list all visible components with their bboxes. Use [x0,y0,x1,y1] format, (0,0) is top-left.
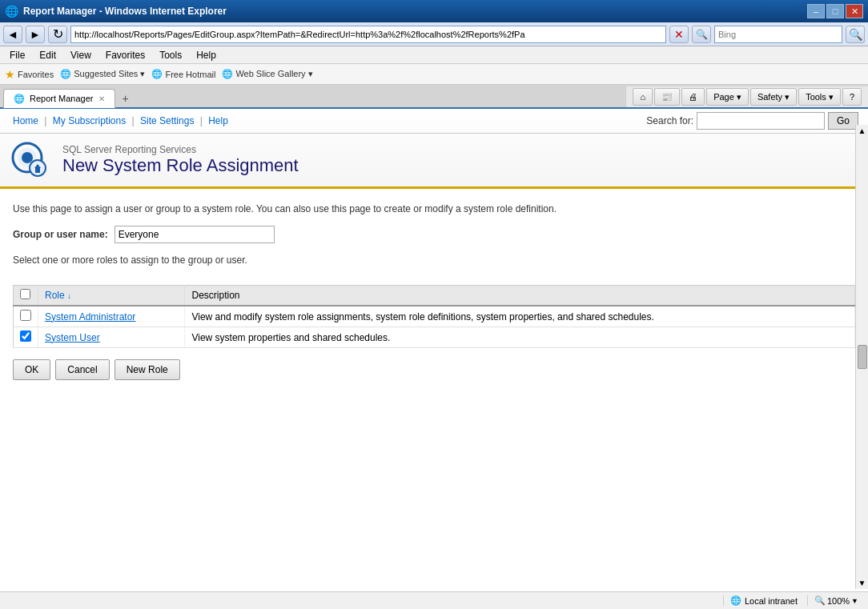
home-link[interactable]: Home [13,115,38,126]
menu-view[interactable]: View [64,48,98,62]
tab-icon: 🌐 [14,94,25,104]
role-desc-text-2: View system properties and shared schedu… [191,332,390,343]
action-buttons: OK Cancel New Role [13,359,855,380]
select-all-checkbox[interactable] [20,289,30,299]
suggested-sites-label: Suggested Sites ▾ [74,69,145,79]
search-web-button[interactable]: 🔍 [692,26,711,43]
scroll-down-arrow[interactable]: ▼ [858,579,866,587]
ie-icon: 🌐 [5,5,18,18]
ie-icon: 🌐 [60,69,71,79]
ie-toolbar: ⌂ 📰 🖨 Page ▾ Safety ▾ Tools ▾ ? [625,86,868,107]
zoom-level: 100% [827,596,850,606]
content-area: Use this page to assign a user or group … [0,189,868,393]
role-name-cell-1: System Administrator [38,306,185,327]
ssrs-search-go-button[interactable]: Go [828,112,858,130]
new-role-button[interactable]: New Role [115,359,180,380]
menu-bar: File Edit View Favorites Tools Help [0,46,868,64]
role-desc-cell-2: View system properties and shared schedu… [185,327,855,348]
menu-file[interactable]: File [3,48,31,62]
search-bar-row: 🔍 [714,26,865,43]
scroll-thumb[interactable] [858,345,867,369]
close-button[interactable]: ✕ [846,4,863,18]
tools-button[interactable]: Tools ▾ [798,88,841,106]
hotmail-icon: 🌐 [151,69,163,79]
web-slice-gallery[interactable]: 🌐 Web Slice Gallery ▾ [222,69,312,79]
row-check-cell-2 [14,327,38,348]
roles-table-body: System Administrator View and modify sys… [14,306,855,348]
row-check-cell [14,306,38,327]
free-hotmail-label: Free Hotmail [165,70,215,79]
favorites-bar: ★ Favorites 🌐 Suggested Sites ▾ 🌐 Free H… [0,64,868,85]
report-manager-tab[interactable]: 🌐 Report Manager ✕ [3,89,115,108]
svg-rect-4 [35,168,40,173]
group-user-input[interactable] [115,226,275,243]
my-subscriptions-link[interactable]: My Subscriptions [53,115,126,126]
restore-button[interactable]: □ [826,4,844,18]
table-row: System User View system properties and s… [14,327,855,348]
bing-search-button[interactable]: 🔍 [846,26,865,43]
title-bar-text: Report Manager - Windows Internet Explor… [23,6,227,17]
tab-area: 🌐 Report Manager ✕ + [0,85,625,107]
status-bar: 🌐 Local intranet 🔍 100% ▼ [0,591,868,609]
menu-edit[interactable]: Edit [33,48,62,62]
menu-favorites[interactable]: Favorites [99,48,151,62]
network-icon: 🌐 [730,595,741,606]
title-bar-left: 🌐 Report Manager - Windows Internet Expl… [5,5,227,18]
ssrs-title-block: SQL Server Reporting Services New System… [62,144,299,176]
help-link[interactable]: Help [208,115,228,126]
new-tab-button[interactable]: + [117,90,135,107]
web-slice-gallery-label: Web Slice Gallery ▾ [235,69,312,79]
scroll-up-arrow[interactable]: ▲ [858,126,866,135]
feeds-button[interactable]: 📰 [654,88,680,106]
suggested-sites[interactable]: 🌐 Suggested Sites ▾ [60,69,145,79]
menu-help[interactable]: Help [190,48,223,62]
ssrs-header-top: Home | My Subscriptions | Site Settings … [0,109,868,134]
scrollbar-right[interactable]: ▲ ▼ [855,125,868,589]
back-button[interactable]: ◄ [3,26,22,43]
group-user-row: Group or user name: [13,226,855,243]
role-link-2[interactable]: System User [45,332,100,343]
role-checkbox-1[interactable] [20,310,31,321]
bing-search-input[interactable] [714,26,842,43]
address-input[interactable] [70,26,666,43]
menu-tools[interactable]: Tools [153,48,188,62]
title-bar-controls: – □ ✕ [807,4,863,18]
help-button[interactable]: ? [842,88,862,106]
tab-close-icon[interactable]: ✕ [98,94,105,103]
table-row: System Administrator View and modify sys… [14,306,855,327]
cancel-button[interactable]: Cancel [55,359,109,380]
title-bar: 🌐 Report Manager - Windows Internet Expl… [0,0,868,22]
free-hotmail[interactable]: 🌐 Free Hotmail [151,69,215,79]
site-settings-link[interactable]: Site Settings [140,115,194,126]
page-description: Use this page to assign a user or group … [13,202,855,216]
favorites-button[interactable]: ★ Favorites [5,68,54,81]
wsg-icon: 🌐 [222,69,233,79]
ok-button[interactable]: OK [13,359,50,380]
home-button[interactable]: ⌂ [633,88,653,106]
safety-button[interactable]: Safety ▾ [750,88,797,106]
zoom-dropdown-icon[interactable]: ▼ [851,597,858,605]
roles-table: Role ↓ Description System Administrator … [13,285,855,348]
ssrs-header-main: SQL Server Reporting Services New System… [0,134,868,186]
forward-button[interactable]: ► [26,26,45,43]
favorites-label: Favorites [18,70,54,79]
page-button[interactable]: Page ▾ [706,88,749,106]
tab-label: Report Manager [30,94,94,103]
role-desc-text-1: View and modify system role assignments,… [191,311,653,323]
ssrs-search-input[interactable] [697,112,825,130]
stop-button[interactable]: ✕ [669,26,689,43]
description-col-label: Description [191,290,239,301]
ssrs-subtitle: SQL Server Reporting Services [62,144,299,155]
minimize-button[interactable]: – [807,4,825,18]
role-link-1[interactable]: System Administrator [45,311,135,323]
role-desc-cell-1: View and modify system role assignments,… [185,306,855,327]
col-description-header: Description [185,286,855,307]
print-button[interactable]: 🖨 [681,88,705,106]
star-icon: ★ [5,68,15,81]
search-label: Search for: [646,115,693,126]
zoom-icon: 🔍 [814,595,826,606]
role-col-label: Role [45,290,65,301]
col-role-header[interactable]: Role ↓ [38,286,185,307]
role-checkbox-2[interactable] [20,331,31,342]
refresh-button[interactable]: ↻ [48,26,67,43]
